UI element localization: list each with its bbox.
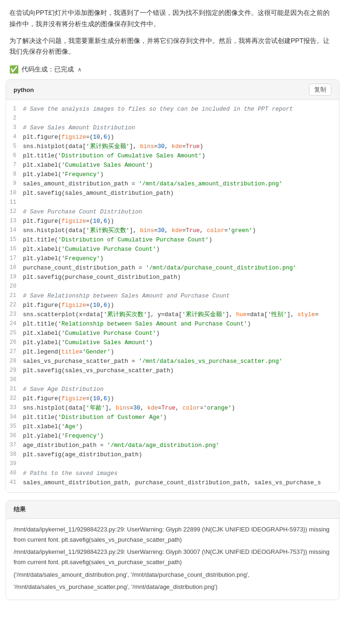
line-content: purchase_count_distribution_path = '/mnt… xyxy=(23,263,339,273)
code-line: 39 xyxy=(6,460,339,469)
code-line: 23sns.scatterplot(x=data['累计购买次数'], y=da… xyxy=(6,310,339,319)
line-number: 39 xyxy=(6,460,23,469)
code-line: 1# Save the analysis images to files so … xyxy=(6,105,339,114)
result-body: /mnt/data/ipykernel_11/929884223.py:29: … xyxy=(6,519,339,600)
line-content: plt.savefig(age_distribution_path) xyxy=(23,450,339,460)
code-line: 7plt.xlabel('Cumulative Sales Amount') xyxy=(6,161,339,170)
chevron-up-icon: ∧ xyxy=(78,66,82,73)
line-number: 4 xyxy=(6,133,23,142)
code-line: 25plt.xlabel('Cumulative Purchase Count'… xyxy=(6,329,339,338)
code-line: 12# Save Purchase Count Distribution xyxy=(6,207,339,217)
line-content: plt.figure(figsize=(10,6)) xyxy=(23,217,339,226)
code-line: 32plt.figure(figsize=(10,6)) xyxy=(6,394,339,403)
line-content: plt.ylabel('Cumulative Sales Amount') xyxy=(23,338,339,347)
line-content: plt.savefig(sales_amount_distribution_pa… xyxy=(23,189,339,198)
line-content: # Save Relationship between Sales Amount… xyxy=(23,291,339,301)
code-line: 30 xyxy=(6,375,339,385)
code-line: 20 xyxy=(6,282,339,291)
code-line: 11 xyxy=(6,198,339,207)
code-line: 40# Paths to the saved images xyxy=(6,469,339,478)
line-content: # Paths to the saved images xyxy=(23,469,339,478)
line-content: plt.ylabel('Frequency') xyxy=(23,254,339,263)
result-line: '/mnt/data/sales_vs_purchase_scatter.png… xyxy=(14,582,331,592)
code-line: 37age_distribution_path = '/mnt/data/age… xyxy=(6,441,339,450)
code-line: 29plt.savefig(sales_vs_purchase_scatter_… xyxy=(6,366,339,375)
line-content: sales_amount_distribution_path = '/mnt/d… xyxy=(23,179,339,189)
line-number: 30 xyxy=(6,375,23,385)
line-content: plt.figure(figsize=(10,6)) xyxy=(23,133,339,142)
line-number: 1 xyxy=(6,105,23,114)
line-number: 20 xyxy=(6,282,23,291)
result-header: 结果 xyxy=(6,501,339,519)
line-number: 18 xyxy=(6,263,23,273)
line-number: 24 xyxy=(6,319,23,329)
check-icon: ✅ xyxy=(9,65,19,74)
code-line: 18purchase_count_distribution_path = '/m… xyxy=(6,263,339,273)
code-line: 33sns.histplot(data['年龄'], bins=30, kde=… xyxy=(6,403,339,413)
line-number: 5 xyxy=(6,142,23,151)
line-content xyxy=(23,460,339,469)
line-number: 29 xyxy=(6,366,23,375)
line-number: 10 xyxy=(6,189,23,198)
line-number: 3 xyxy=(6,123,23,133)
copy-button[interactable]: 复制 xyxy=(309,84,331,96)
code-line: 38plt.savefig(age_distribution_path) xyxy=(6,450,339,460)
status-row: ✅ 代码生成：已完成 ∧ xyxy=(0,63,345,79)
line-content: plt.legend(title='Gender') xyxy=(23,347,339,357)
line-number: 6 xyxy=(6,151,23,161)
code-line: 14sns.histplot(data['累计购买次数'], bins=30, … xyxy=(6,226,339,235)
line-content: sns.histplot(data['累计购买金额'], bins=30, kd… xyxy=(23,142,339,151)
line-number: 13 xyxy=(6,217,23,226)
code-line: 19plt.savefig(purchase_count_distributio… xyxy=(6,273,339,282)
code-line: 26plt.ylabel('Cumulative Sales Amount') xyxy=(6,338,339,347)
line-number: 14 xyxy=(6,226,23,235)
code-line: 34plt.title('Distribution of Customer Ag… xyxy=(6,413,339,422)
line-content xyxy=(23,282,339,291)
line-content xyxy=(23,198,339,207)
code-line: 2 xyxy=(6,114,339,123)
line-number: 11 xyxy=(6,198,23,207)
code-line: 10plt.savefig(sales_amount_distribution_… xyxy=(6,189,339,198)
code-line: 6plt.title('Distribution of Cumulative S… xyxy=(6,151,339,161)
code-block-container: python 复制 1# Save the analysis images to… xyxy=(6,79,339,493)
code-line: 8plt.ylabel('Frequency') xyxy=(6,170,339,179)
line-number: 33 xyxy=(6,403,23,413)
line-number: 12 xyxy=(6,207,23,217)
line-number: 22 xyxy=(6,301,23,310)
line-content: # Save the analysis images to files so t… xyxy=(23,105,339,114)
code-line: 16plt.xlabel('Cumulative Purchase Count'… xyxy=(6,245,339,254)
line-number: 9 xyxy=(6,179,23,189)
line-content: sales_vs_purchase_scatter_path = '/mnt/d… xyxy=(23,357,339,366)
line-content xyxy=(23,375,339,385)
line-content: plt.xlabel('Cumulative Purchase Count') xyxy=(23,329,339,338)
line-number: 8 xyxy=(6,170,23,179)
line-number: 19 xyxy=(6,273,23,282)
line-content: sns.histplot(data['年龄'], bins=30, kde=Tr… xyxy=(23,403,339,413)
line-number: 35 xyxy=(6,422,23,432)
line-content: sales_amount_distribution_path, purchase… xyxy=(23,478,339,488)
line-content: sns.scatterplot(x=data['累计购买次数'], y=data… xyxy=(23,310,339,319)
line-content: age_distribution_path = '/mnt/data/age_d… xyxy=(23,441,339,450)
line-content: plt.ylabel('Frequency') xyxy=(23,432,339,441)
line-number: 41 xyxy=(6,478,23,488)
code-line: 21# Save Relationship between Sales Amou… xyxy=(6,291,339,301)
line-number: 40 xyxy=(6,469,23,478)
code-line: 31# Save Age Distribution xyxy=(6,385,339,394)
line-number: 36 xyxy=(6,432,23,441)
code-line: 15plt.title('Distribution of Cumulative … xyxy=(6,235,339,245)
line-number: 2 xyxy=(6,114,23,123)
code-line: 24plt.title('Relationship between Sales … xyxy=(6,319,339,329)
line-number: 31 xyxy=(6,385,23,394)
code-line: 3# Save Sales Amount Distribution xyxy=(6,123,339,133)
line-number: 32 xyxy=(6,394,23,403)
line-content: plt.xlabel('Cumulative Sales Amount') xyxy=(23,161,339,170)
line-content: sns.histplot(data['累计购买次数'], bins=30, kd… xyxy=(23,226,339,235)
result-line: ('/mnt/data/sales_amount_distribution.pn… xyxy=(14,570,331,580)
code-line: 9sales_amount_distribution_path = '/mnt/… xyxy=(6,179,339,189)
code-line: 27plt.legend(title='Gender') xyxy=(6,347,339,357)
line-content: plt.title('Distribution of Cumulative Pu… xyxy=(23,235,339,245)
code-body: 1# Save the analysis images to files so … xyxy=(6,100,339,492)
code-line: 5sns.histplot(data['累计购买金额'], bins=30, k… xyxy=(6,142,339,151)
code-line: 28sales_vs_purchase_scatter_path = '/mnt… xyxy=(6,357,339,366)
line-number: 15 xyxy=(6,235,23,245)
